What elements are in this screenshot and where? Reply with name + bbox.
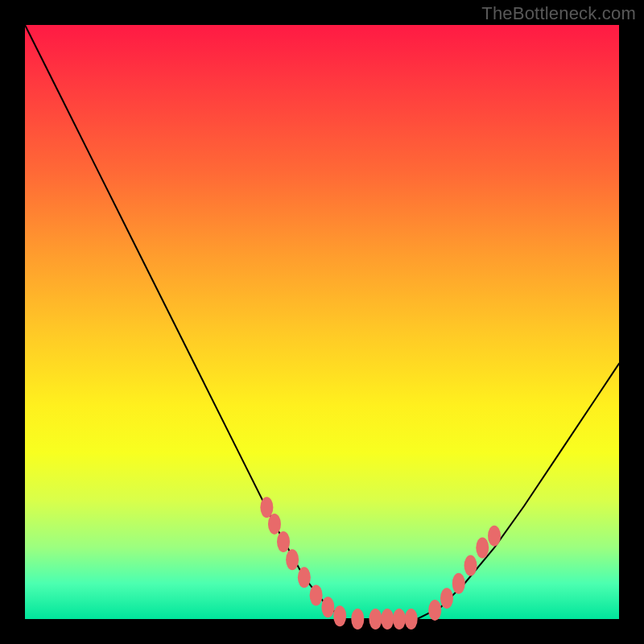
marker bbox=[381, 609, 394, 630]
marker bbox=[476, 537, 489, 558]
marker bbox=[260, 497, 273, 518]
marker bbox=[333, 605, 346, 626]
marker bbox=[488, 526, 501, 547]
marker bbox=[440, 588, 453, 609]
lines-layer bbox=[25, 25, 619, 619]
marker bbox=[405, 609, 418, 630]
markers-layer bbox=[260, 497, 501, 630]
curve-right-curve bbox=[417, 364, 619, 619]
marker bbox=[286, 549, 299, 570]
marker bbox=[428, 600, 441, 621]
marker bbox=[310, 584, 323, 605]
marker bbox=[393, 609, 406, 630]
marker bbox=[351, 609, 364, 630]
plot-area bbox=[25, 25, 619, 619]
marker bbox=[369, 609, 382, 630]
marker bbox=[452, 573, 465, 594]
marker bbox=[277, 531, 290, 552]
marker bbox=[298, 567, 311, 588]
marker bbox=[268, 514, 281, 535]
marker bbox=[464, 555, 477, 576]
chart-frame: TheBottleneck.com bbox=[0, 0, 644, 644]
chart-svg bbox=[25, 25, 619, 619]
marker bbox=[321, 597, 334, 617]
curve-left-curve bbox=[25, 25, 346, 619]
watermark-text: TheBottleneck.com bbox=[481, 3, 636, 24]
